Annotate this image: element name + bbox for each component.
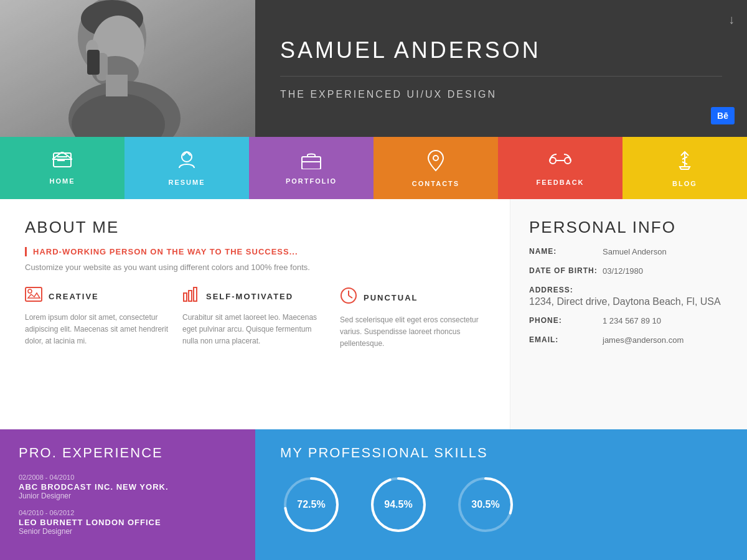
exp-date-1: 02/2008 - 04/2010	[19, 474, 237, 481]
home-icon	[52, 152, 72, 172]
selfmotivated-title: SELF-MOTIVATED	[206, 292, 293, 301]
info-email-label: EMAIL:	[529, 335, 598, 344]
header: ↓ SAMUEL ANDERSON THE EXPERIENCED UI/UX …	[0, 0, 747, 137]
nav-resume-label: RESUME	[168, 179, 205, 186]
info-address-value: 1234, Direct drive, Daytona Beach, Fl, U…	[529, 296, 728, 307]
personal-info-section: PERSONAL INFO NAME: Samuel Anderson DATE…	[510, 199, 747, 429]
about-section: ABOUT ME HARD-WORKING PERSON ON THE WAY …	[0, 199, 510, 429]
about-title: ABOUT ME	[25, 218, 485, 237]
nav-portfolio[interactable]: PORTFOLIO	[249, 137, 374, 199]
info-dob-label: DATE OF BIRTH:	[529, 266, 598, 275]
nav-resume[interactable]: RESUME	[125, 137, 249, 199]
punctual-title: PUNCTUAL	[364, 293, 418, 302]
info-email-value: james@anderson.com	[603, 335, 684, 345]
info-phone-label: PHONE:	[529, 316, 598, 325]
info-name-value: Samuel Anderson	[603, 247, 667, 256]
skill-value-2: 94.5%	[384, 499, 412, 510]
skills-title: MY PROFESSIONAL SKILLS	[280, 445, 722, 461]
exp-date-2: 04/2010 - 06/2012	[19, 509, 237, 516]
svg-rect-11	[0, 0, 255, 137]
profile-photo	[0, 0, 255, 137]
skill-circle-2: 94.5%	[367, 474, 430, 536]
info-email-row: EMAIL: james@anderson.com	[529, 335, 728, 345]
nav-blog-label: BLOG	[672, 180, 697, 187]
main-content: ABOUT ME HARD-WORKING PERSON ON THE WAY …	[0, 199, 747, 429]
nav-home-label: HOME	[50, 177, 75, 185]
selfmotivated-icon	[182, 287, 200, 306]
svg-rect-24	[26, 287, 42, 301]
skill-value-1: 72.5%	[297, 499, 325, 510]
punctual-text: Sed scelerisque elit eget eros consectet…	[340, 314, 485, 350]
exp-company-1: ABC BRODCAST INC. NEW YORK.	[19, 482, 237, 492]
svg-rect-27	[189, 291, 192, 301]
contacts-icon	[427, 149, 444, 175]
nav-blog[interactable]: BLOG	[622, 137, 747, 199]
download-button[interactable]: ↓	[728, 12, 735, 27]
quality-punctual: PUNCTUAL Sed scelerisque elit eget eros …	[340, 287, 485, 350]
header-info: ↓ SAMUEL ANDERSON THE EXPERIENCED UI/UX …	[255, 0, 747, 137]
info-address-label: ADDRESS:	[529, 286, 723, 294]
info-name-label: NAME:	[529, 247, 598, 256]
creative-title: CREATIVE	[49, 292, 99, 301]
svg-point-19	[433, 156, 438, 161]
experience-title: PRO. EXPERIENCE	[19, 445, 237, 461]
about-tagline: HARD-WORKING PERSON ON THE WAY TO THE SU…	[25, 247, 485, 256]
portfolio-icon	[301, 152, 321, 172]
experience-section: PRO. EXPERIENCE 02/2008 - 04/2010 ABC BR…	[0, 429, 255, 560]
exp-company-2: LEO BURNETT LONDON OFFICE	[19, 518, 237, 527]
navigation: HOME RESUME PORTFOLIO CONT	[0, 137, 747, 199]
punctual-icon	[340, 287, 357, 308]
nav-contacts-label: CONTACTS	[412, 180, 459, 187]
skill-circle-3: 30.5%	[454, 474, 517, 536]
quality-creative: CREATIVE Lorem ipsum dolor sit amet, con…	[25, 287, 170, 350]
about-description: Customize your website as you want using…	[25, 263, 485, 272]
nav-feedback[interactable]: FEEDBACK	[498, 137, 622, 199]
skill-3: 30.5%	[454, 474, 517, 536]
nav-home[interactable]: HOME	[0, 137, 125, 199]
skill-1: 72.5%	[280, 474, 342, 536]
skills-section: MY PROFESSIONAL SKILLS 72.5% 94	[255, 429, 747, 560]
nav-portfolio-label: PORTFOLIO	[286, 177, 337, 185]
exp-item-1: 02/2008 - 04/2010 ABC BRODCAST INC. NEW …	[19, 474, 237, 500]
blog-icon	[676, 149, 693, 175]
creative-text: Lorem ipsum dolor sit amet, consectetur …	[25, 312, 170, 348]
info-name-row: NAME: Samuel Anderson	[529, 247, 728, 256]
bottom-section: PRO. EXPERIENCE 02/2008 - 04/2010 ABC BR…	[0, 429, 747, 560]
header-name: SAMUEL ANDERSON	[280, 37, 722, 63]
feedback-icon	[549, 151, 571, 174]
info-dob-value: 03/12/1980	[603, 266, 643, 276]
skill-value-3: 30.5%	[471, 499, 499, 510]
skills-circles: 72.5% 94.5% 30.5%	[280, 474, 722, 536]
nav-feedback-label: FEEDBACK	[536, 179, 584, 186]
svg-point-25	[28, 289, 32, 293]
personal-info-title: PERSONAL INFO	[529, 218, 728, 237]
creative-icon	[25, 287, 42, 306]
qualities-list: CREATIVE Lorem ipsum dolor sit amet, con…	[25, 287, 485, 350]
selfmotivated-text: Curabitur sit amet laoreet leo. Maecenas…	[182, 312, 327, 348]
resume-icon	[177, 151, 197, 174]
exp-role-1: Junior Designer	[19, 492, 237, 500]
info-address-block: ADDRESS: 1234, Direct drive, Daytona Bea…	[529, 286, 728, 307]
svg-rect-26	[184, 293, 187, 301]
quality-selfmotivated: SELF-MOTIVATED Curabitur sit amet laoree…	[182, 287, 327, 350]
info-phone-row: PHONE: 1 234 567 89 10	[529, 316, 728, 325]
svg-line-31	[349, 296, 352, 298]
exp-role-2: Senior Designer	[19, 527, 237, 536]
svg-rect-28	[194, 287, 197, 301]
skill-2: 94.5%	[367, 474, 430, 536]
svg-point-16	[182, 152, 192, 162]
behance-link[interactable]: Bē	[711, 107, 735, 124]
info-dob-row: DATE OF BIRTH: 03/12/1980	[529, 266, 728, 276]
info-phone-value: 1 234 567 89 10	[603, 316, 661, 325]
exp-item-2: 04/2010 - 06/2012 LEO BURNETT LONDON OFF…	[19, 509, 237, 536]
header-subtitle: THE EXPERIENCED UI/UX DESIGN	[280, 76, 722, 100]
nav-contacts[interactable]: CONTACTS	[374, 137, 498, 199]
svg-rect-17	[302, 157, 321, 169]
skill-circle-1: 72.5%	[280, 474, 342, 536]
